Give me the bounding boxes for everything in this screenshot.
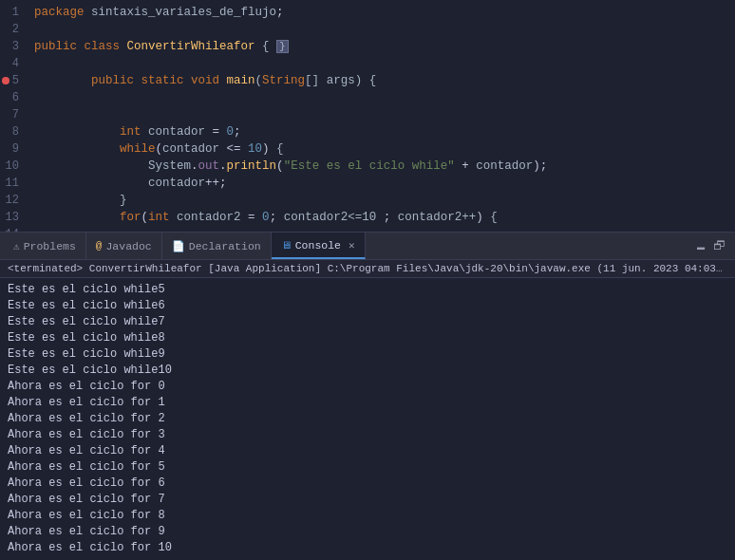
code-line: 13 for(int contador2 = 0; contador2<=10 … xyxy=(0,209,735,226)
console-terminated-label: <terminated> ConvertirWhileafor [Java Ap… xyxy=(8,263,735,274)
console-close-button[interactable]: ✕ xyxy=(349,239,355,252)
line-content: public static void main(String[] args) { xyxy=(27,72,376,89)
console-line: Este es el ciclo while8 xyxy=(8,330,727,346)
line-number: 6 xyxy=(0,89,27,106)
console-line: Ahora es el ciclo for 5 xyxy=(8,459,727,476)
code-line: 4 xyxy=(0,55,735,72)
tab-bar-right: 🗕 🗗 xyxy=(695,239,731,253)
line-number: 3 xyxy=(0,38,27,55)
line-number: 1 xyxy=(0,4,27,21)
console-line: Ahora es el ciclo for 2 xyxy=(8,411,727,427)
line-number: 7 xyxy=(0,106,27,123)
line-number: 12 xyxy=(0,192,27,209)
console-line: Este es el ciclo while5 xyxy=(8,282,727,298)
tab-javadoc-label: Javadoc xyxy=(105,240,151,252)
declaration-icon: 📄 xyxy=(172,240,185,252)
console-line: Ahora es el ciclo for 4 xyxy=(8,443,727,459)
minimize-button[interactable]: 🗕 xyxy=(695,239,707,253)
line-number: 8 xyxy=(0,123,27,140)
console-line: Este es el ciclo while9 xyxy=(8,346,727,363)
code-line: 5 public static void main(String[] args)… xyxy=(0,72,735,89)
editor-area: 1 package sintaxis_variales_de_flujo; 2 … xyxy=(0,0,735,232)
tab-problems[interactable]: ⚠ Problems xyxy=(4,233,86,259)
tab-javadoc[interactable]: @ Javadoc xyxy=(86,233,162,259)
maximize-button[interactable]: 🗗 xyxy=(713,239,726,253)
console-line: Este es el ciclo while10 xyxy=(8,363,727,379)
main-layout: 1 package sintaxis_variales_de_flujo; 2 … xyxy=(0,0,735,560)
line-content: while(contador <= 10) { xyxy=(27,140,284,158)
line-content: } xyxy=(27,192,127,209)
console-line: Ahora es el ciclo for 7 xyxy=(8,492,727,508)
code-line: 2 xyxy=(0,21,735,38)
code-line: 14 xyxy=(0,226,735,232)
code-line: 9 while(contador <= 10) { xyxy=(0,140,735,158)
console-output: Este es el ciclo while5 Este es el ciclo… xyxy=(0,278,735,560)
line-content: package sintaxis_variales_de_flujo; xyxy=(27,4,284,21)
code-line: 11 contador++; xyxy=(0,175,735,192)
tab-console[interactable]: 🖥 Console ✕ xyxy=(272,233,366,259)
line-number: 9 xyxy=(0,140,27,158)
console-header: <terminated> ConvertirWhileafor [Java Ap… xyxy=(0,260,735,278)
tab-declaration[interactable]: 📄 Declaration xyxy=(162,233,272,259)
line-number: 4 xyxy=(0,55,27,72)
problems-icon: ⚠ xyxy=(13,240,20,252)
line-content: for(int contador2 = 0; contador2<=10 ; c… xyxy=(27,209,498,226)
console-line: Ahora es el ciclo for 8 xyxy=(8,508,727,524)
console-line: Ahora es el ciclo for 0 xyxy=(8,379,727,395)
console-line: Este es el ciclo while7 xyxy=(8,314,727,330)
line-number: 10 xyxy=(0,158,27,175)
console-icon: 🖥 xyxy=(281,239,292,252)
code-line: 1 package sintaxis_variales_de_flujo; xyxy=(0,4,735,21)
code-line: 7 xyxy=(0,106,735,123)
line-number: 2 xyxy=(0,21,27,38)
console-line: Ahora es el ciclo for 9 xyxy=(8,524,727,540)
console-line: Ahora es el ciclo for 1 xyxy=(8,395,727,411)
line-number: 11 xyxy=(0,175,27,192)
code-line: 10 System.out.println("Este es el ciclo … xyxy=(0,158,735,175)
javadoc-icon: @ xyxy=(96,240,103,252)
tab-problems-label: Problems xyxy=(24,240,76,252)
line-content: int contador = 0; xyxy=(27,123,241,140)
console-area: <terminated> ConvertirWhileafor [Java Ap… xyxy=(0,260,735,560)
code-line: 3 public class ConvertirWhileafor { } xyxy=(0,38,735,55)
console-line: Ahora es el ciclo for 6 xyxy=(8,476,727,492)
tab-console-label: Console xyxy=(295,239,341,252)
console-line: Este es el ciclo while6 xyxy=(8,298,727,314)
code-line: 12 } xyxy=(0,192,735,209)
line-number: 14 xyxy=(0,226,27,232)
code-line: 6 xyxy=(0,89,735,106)
console-line: Ahora es el ciclo for 10 xyxy=(8,540,727,556)
code-lines: 1 package sintaxis_variales_de_flujo; 2 … xyxy=(0,0,735,232)
line-content: contador++; xyxy=(27,175,227,192)
line-number-breakpoint: 5 xyxy=(0,72,27,89)
console-line: Ahora es el ciclo for 3 xyxy=(8,427,727,443)
bottom-panel: ⚠ Problems @ Javadoc 📄 Declaration 🖥 Con… xyxy=(0,232,735,560)
code-line: 8 int contador = 0; xyxy=(0,123,735,140)
tab-declaration-label: Declaration xyxy=(189,240,261,252)
line-number: 13 xyxy=(0,209,27,226)
tab-bar: ⚠ Problems @ Javadoc 📄 Declaration 🖥 Con… xyxy=(0,232,735,260)
line-content: System.out.println("Este es el ciclo whi… xyxy=(27,158,547,175)
line-content: public class ConvertirWhileafor { } xyxy=(27,38,289,55)
